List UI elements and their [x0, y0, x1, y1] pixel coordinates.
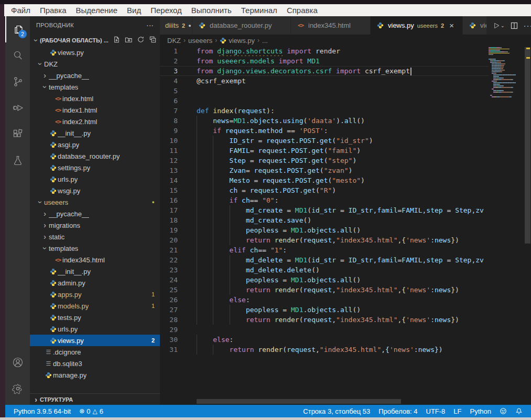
- breadcrumb-item-useeers[interactable]: useeers: [188, 37, 212, 45]
- line-number[interactable]: 27: [160, 305, 186, 315]
- tree-item-asgi.py[interactable]: asgi.py: [30, 139, 160, 150]
- tree-item-__pycache__[interactable]: ›__pycache__: [30, 208, 160, 219]
- code-line-6[interactable]: 6: [160, 96, 524, 106]
- tab-diiits[interactable]: diiits2●: [160, 16, 192, 35]
- tree-item-urls.py[interactable]: urls.py: [30, 323, 160, 335]
- tree-item-views.py[interactable]: views.py2: [30, 335, 160, 346]
- python-interpreter-selector[interactable]: Python 3.9.5 64-bit: [9, 405, 75, 417]
- vertical-scrollbar-thumb[interactable]: [525, 47, 530, 244]
- line-number[interactable]: 7: [160, 106, 186, 116]
- line-number[interactable]: 1: [160, 46, 186, 56]
- tree-item-templates[interactable]: ›templates: [30, 242, 160, 254]
- tree-item-.dcignore[interactable]: ☰.dcignore: [30, 346, 160, 358]
- line-number[interactable]: 25: [160, 285, 186, 295]
- tree-item-settings.py[interactable]: settings.py: [30, 162, 160, 173]
- code-line-23[interactable]: 23 md_delete.delete(): [160, 265, 524, 275]
- vertical-scrollbar[interactable]: [524, 46, 531, 405]
- line-number[interactable]: 24: [160, 275, 186, 285]
- tab-index345.html[interactable]: <>index345.html: [291, 16, 371, 35]
- code-line-10[interactable]: 10 ID_str = request.POST.get("id_str"): [160, 136, 524, 146]
- activity-search[interactable]: [5, 42, 30, 69]
- code-line-18[interactable]: 18 md_create.save(): [160, 215, 524, 225]
- code-line-12[interactable]: 12 Step = request.POST.get("step"): [160, 156, 524, 165]
- activity-explorer[interactable]: 2: [5, 16, 30, 42]
- code-line-14[interactable]: 14 Mesto = request.POST.get("mesto"): [160, 175, 524, 185]
- menu-выделение[interactable]: Выделение: [71, 6, 122, 15]
- code-line-22[interactable]: 22 md_delete = MD1(id_str = ID_str,famil…: [160, 255, 524, 265]
- close-icon[interactable]: ×: [449, 21, 454, 30]
- activity-account[interactable]: [5, 349, 30, 375]
- menu-файл[interactable]: Файл: [6, 6, 35, 15]
- code-line-25[interactable]: 25 return render(request,"index345.html"…: [160, 285, 524, 295]
- tab-vie[interactable]: vie: [463, 16, 487, 35]
- language-mode[interactable]: Python: [466, 407, 495, 415]
- code-editor[interactable]: 1from django.shortcuts import render2fro…: [160, 46, 531, 405]
- tree-item-apps.py[interactable]: apps.py1: [30, 289, 160, 300]
- menu-терминал[interactable]: Терминал: [236, 6, 282, 15]
- line-number[interactable]: 22: [160, 255, 186, 265]
- tree-item-db.sqlite3[interactable]: ☰db.sqlite3: [30, 358, 160, 369]
- line-number[interactable]: 14: [160, 175, 186, 185]
- new-file-icon[interactable]: [113, 36, 121, 46]
- tree-item-useeers[interactable]: ›useeers●: [30, 196, 160, 208]
- line-number[interactable]: 13: [160, 165, 186, 175]
- menu-вид[interactable]: Вид: [122, 6, 146, 15]
- line-number[interactable]: 23: [160, 265, 186, 275]
- line-number[interactable]: 15: [160, 185, 186, 195]
- code-line-24[interactable]: 24 peopless = MD1.objects.all(): [160, 275, 524, 285]
- line-number[interactable]: 18: [160, 215, 186, 225]
- line-number[interactable]: 12: [160, 156, 186, 165]
- line-number[interactable]: 4: [160, 76, 186, 86]
- line-number[interactable]: 16: [160, 195, 186, 205]
- tree-item-tests.py[interactable]: tests.py: [30, 312, 160, 323]
- run-icon[interactable]: ⌄: [492, 21, 505, 30]
- line-number[interactable]: 19: [160, 225, 186, 235]
- tree-item-static[interactable]: ›static: [30, 231, 160, 242]
- line-number[interactable]: 9: [160, 126, 186, 136]
- line-number[interactable]: 10: [160, 136, 186, 146]
- line-number[interactable]: 21: [160, 245, 186, 255]
- horizontal-scrollbar-thumb[interactable]: [197, 399, 401, 404]
- code-line-13[interactable]: 13 Zvan= request.POST.get("zvan"): [160, 165, 524, 175]
- menu-выполнить[interactable]: Выполнить: [187, 6, 236, 15]
- line-number[interactable]: 31: [160, 345, 186, 355]
- line-number[interactable]: 17: [160, 205, 186, 215]
- line-number[interactable]: 8: [160, 116, 186, 126]
- eol-setting[interactable]: LF: [449, 407, 465, 415]
- line-number[interactable]: 26: [160, 295, 186, 305]
- tree-item-index345.html[interactable]: <>index345.html: [30, 254, 160, 266]
- code-line-16[interactable]: 16 if ch== "0":: [160, 195, 524, 205]
- breadcrumb[interactable]: DKZ›useeers›views.py›...: [160, 35, 531, 46]
- code-line-20[interactable]: 20 return render(request,"index345.html"…: [160, 235, 524, 245]
- breadcrumb-item-views.py[interactable]: views.py: [220, 37, 255, 45]
- code-line-31[interactable]: 31 return render(request,"index345.html"…: [160, 345, 524, 355]
- line-number[interactable]: 29: [160, 325, 186, 335]
- code-line-26[interactable]: 26 else:: [160, 295, 524, 305]
- indentation-setting[interactable]: Пробелов: 4: [374, 407, 421, 415]
- code-line-1[interactable]: 1from django.shortcuts import render: [160, 46, 524, 56]
- new-folder-icon[interactable]: [125, 36, 133, 46]
- tree-item-database_roouter.py[interactable]: database_roouter.py: [30, 150, 160, 162]
- feedback-icon[interactable]: [495, 407, 511, 415]
- tree-item-templates[interactable]: ›templates: [30, 81, 160, 93]
- activity-settings[interactable]: [5, 375, 30, 402]
- tree-item-index.html[interactable]: <>index.html: [30, 93, 160, 104]
- encoding-setting[interactable]: UTF-8: [422, 407, 450, 415]
- menu-справка[interactable]: Справка: [282, 6, 322, 15]
- activity-extensions[interactable]: [5, 121, 30, 147]
- line-number[interactable]: 28: [160, 315, 186, 325]
- more-icon[interactable]: ···: [524, 21, 531, 30]
- tree-item-__init__.py[interactable]: __init__.py: [30, 266, 160, 277]
- code-line-21[interactable]: 21 elif ch== "1":: [160, 245, 524, 255]
- bell-icon[interactable]: [511, 407, 527, 415]
- activity-run-debug[interactable]: [5, 95, 30, 121]
- tree-item-urls.py[interactable]: urls.py: [30, 173, 160, 185]
- tab-views.py[interactable]: views.pyuseeers2×: [371, 16, 463, 35]
- code-line-11[interactable]: 11 FAMIL= request.POST.get("famil"): [160, 146, 524, 156]
- outline-section-header[interactable]: › СТРУКТУРА: [30, 393, 160, 405]
- code-line-28[interactable]: 28 return render(request,"index345.html"…: [160, 315, 524, 325]
- split-editor-icon[interactable]: [510, 21, 518, 30]
- tab-database_roouter.py[interactable]: database_roouter.py: [192, 16, 291, 35]
- problems-indicator[interactable]: ⊗ 0 △ 6: [75, 405, 107, 417]
- code-line-9[interactable]: 9 if request.method == 'POST':: [160, 126, 524, 136]
